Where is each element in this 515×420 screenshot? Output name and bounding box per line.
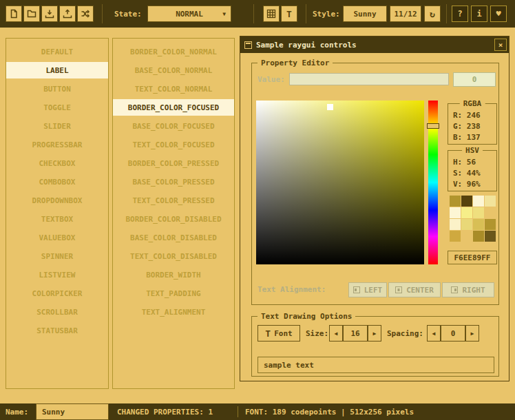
color-swatch-12[interactable]: [450, 231, 461, 242]
list-item-toggle[interactable]: TOGGLE: [6, 99, 108, 116]
align-right-button[interactable]: RIGHT: [442, 282, 494, 297]
color-picker-cursor[interactable]: [327, 104, 333, 110]
style-name-field[interactable]: Sunny: [36, 403, 109, 420]
list-item-dropdownbox[interactable]: DROPDOWNBOX: [6, 192, 108, 209]
color-swatch-10[interactable]: [473, 219, 484, 230]
list-item-label[interactable]: LABEL: [6, 62, 108, 78]
value-box[interactable]: 0: [453, 72, 496, 87]
color-swatch-15[interactable]: [485, 231, 496, 242]
color-swatch-1[interactable]: [461, 196, 472, 207]
list-item-border_color_focused[interactable]: BORDER_COLOR_FOCUSED: [113, 99, 234, 116]
list-item-base_color_normal[interactable]: BASE_COLOR_NORMAL: [113, 62, 234, 78]
new-file-icon: [9, 9, 19, 19]
list-item-base_color_disabled[interactable]: BASE_COLOR_DISABLED: [113, 229, 234, 246]
grid-icon: [266, 9, 276, 19]
font-button[interactable]: T Font: [258, 325, 300, 342]
new-file-button[interactable]: [6, 6, 22, 22]
color-swatch-7[interactable]: [485, 207, 496, 218]
statusbar: Name: Sunny CHANGED PROPERTIES: 1 FONT: …: [0, 403, 515, 420]
list-item-border_color_disabled[interactable]: BORDER_COLOR_DISABLED: [113, 211, 234, 227]
size-value-box[interactable]: 16: [343, 325, 368, 342]
color-swatch-2[interactable]: [473, 196, 484, 207]
window-icon: [244, 41, 252, 49]
list-item-scrollbar[interactable]: SCROLLBAR: [6, 304, 108, 320]
sponsor-button[interactable]: ♥: [490, 6, 507, 22]
question-icon: ?: [457, 9, 462, 19]
properties-list-panel: BORDER_COLOR_NORMALBASE_COLOR_NORMALTEXT…: [112, 38, 235, 389]
arrow-right-icon: ▶: [471, 330, 474, 337]
spacing-label: Spacing:: [387, 329, 423, 338]
list-item-text_padding[interactable]: TEXT_PADDING: [113, 285, 234, 302]
color-swatch-4[interactable]: [450, 207, 461, 218]
list-item-combobox[interactable]: COMBOBOX: [6, 174, 108, 190]
style-name-button[interactable]: Sunny: [343, 6, 387, 22]
color-picker-panel[interactable]: [256, 101, 424, 264]
spacing-decrease-button[interactable]: ◀: [427, 325, 441, 342]
list-item-border_color_normal[interactable]: BORDER_COLOR_NORMAL: [113, 43, 234, 60]
list-item-valuebox[interactable]: VALUEBOX: [6, 229, 108, 246]
list-item-statusbar[interactable]: STATUSBAR: [6, 322, 108, 339]
style-index-button[interactable]: 11/12: [390, 6, 421, 22]
color-swatch-0[interactable]: [450, 196, 461, 207]
list-item-border_color_pressed[interactable]: BORDER_COLOR_PRESSED: [113, 155, 234, 171]
hue-handle[interactable]: [427, 123, 439, 129]
color-swatch-14[interactable]: [473, 231, 484, 242]
list-item-button[interactable]: BUTTON: [6, 81, 108, 97]
list-item-border_width[interactable]: BORDER_WIDTH: [113, 266, 234, 283]
color-swatch-11[interactable]: [485, 219, 496, 230]
list-item-slider[interactable]: SLIDER: [6, 118, 108, 134]
spacing-value-box[interactable]: 0: [441, 325, 465, 342]
list-item-checkbox[interactable]: CHECKBOX: [6, 155, 108, 171]
hsv-v-value: V: 96%: [453, 179, 496, 190]
save-icon: [45, 9, 54, 19]
rgba-r-value: R: 246: [453, 110, 496, 121]
hex-value-box[interactable]: F6EE89FF: [448, 251, 497, 264]
state-dropdown[interactable]: NORMAL ▼: [147, 6, 231, 22]
list-item-text_color_focused[interactable]: TEXT_COLOR_FOCUSED: [113, 136, 234, 153]
hue-bar[interactable]: [428, 101, 438, 264]
size-decrease-button[interactable]: ◀: [329, 325, 343, 342]
spacing-increase-button[interactable]: ▶: [465, 325, 479, 342]
color-swatch-13[interactable]: [461, 231, 472, 242]
list-item-text_color_disabled[interactable]: TEXT_COLOR_DISABLED: [113, 248, 234, 264]
random-style-button[interactable]: [77, 6, 94, 22]
list-item-listview[interactable]: LISTVIEW: [6, 266, 108, 283]
list-item-textbox[interactable]: TEXTBOX: [6, 211, 108, 227]
color-swatch-6[interactable]: [473, 207, 484, 218]
about-button[interactable]: i: [471, 6, 487, 22]
align-center-button[interactable]: CENTER: [388, 282, 441, 297]
list-item-default[interactable]: DEFAULT: [6, 43, 108, 60]
color-swatch-9[interactable]: [461, 219, 472, 230]
close-button[interactable]: ×: [494, 39, 507, 51]
size-increase-button[interactable]: ▶: [368, 325, 381, 342]
color-swatch-5[interactable]: [461, 207, 472, 218]
help-button[interactable]: ?: [452, 6, 468, 22]
color-swatch-8[interactable]: [450, 219, 461, 230]
list-item-base_color_pressed[interactable]: BASE_COLOR_PRESSED: [113, 174, 234, 190]
value-slider[interactable]: [289, 73, 449, 85]
hsv-label: HSV: [462, 146, 483, 155]
statusbar-separator: [238, 406, 238, 417]
close-icon: ×: [498, 41, 503, 50]
toolbar-separator: [446, 4, 447, 23]
sample-text-box[interactable]: sample text: [258, 357, 494, 373]
reload-style-button[interactable]: ↻: [424, 6, 441, 22]
list-item-text_color_normal[interactable]: TEXT_COLOR_NORMAL: [113, 81, 234, 97]
list-item-base_color_focused[interactable]: BASE_COLOR_FOCUSED: [113, 118, 234, 134]
font-t-icon: T: [265, 328, 271, 339]
align-left-button[interactable]: LEFT: [348, 282, 387, 297]
open-file-button[interactable]: [23, 6, 40, 22]
save-file-button[interactable]: [41, 6, 58, 22]
list-item-spinner[interactable]: SPINNER: [6, 248, 108, 264]
export-file-button[interactable]: [59, 6, 76, 22]
list-item-text_color_pressed[interactable]: TEXT_COLOR_PRESSED: [113, 192, 234, 209]
list-item-text_alignment[interactable]: TEXT_ALIGNMENT: [113, 304, 234, 320]
align-center-icon: [395, 286, 402, 293]
rgba-group: RGBA R: 246 G: 238 B: 137: [448, 103, 497, 145]
controls-table-button[interactable]: [263, 6, 280, 22]
font-atlas-button[interactable]: T: [281, 6, 297, 22]
color-swatch-3[interactable]: [485, 196, 496, 207]
list-item-progressbar[interactable]: PROGRESSBAR: [6, 136, 108, 153]
list-item-colorpicker[interactable]: COLORPICKER: [6, 285, 108, 302]
toolbar: State: NORMAL ▼ T Style: Sunny 11/12 ↻ ?…: [0, 0, 515, 28]
